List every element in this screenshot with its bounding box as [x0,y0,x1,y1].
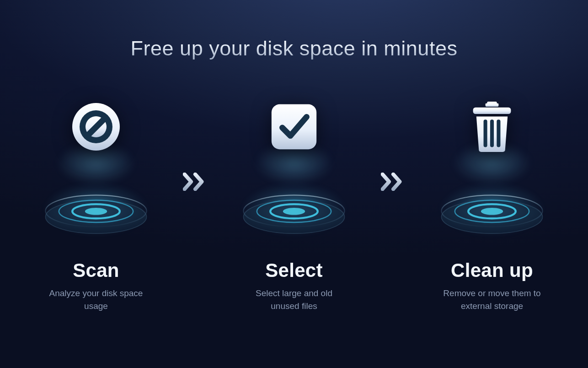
step-title: Clean up [451,260,533,281]
svg-point-16 [283,208,305,215]
step-illustration [32,86,160,241]
checkbox-icon [260,92,328,161]
step-description: Analyze your disk space usage [43,287,149,312]
hologram-plate [232,193,356,237]
step-select: Select Select large and old unused files [225,86,363,312]
steps-row: Scan Analyze your disk space usage [27,86,561,312]
step-cleanup: Clean up Remove or move them to external… [423,86,561,312]
chevron-right-icon [182,104,209,260]
svg-rect-18 [486,103,499,107]
gauge-icon [62,92,130,161]
hologram-plate [34,193,158,237]
step-title: Scan [73,260,119,281]
svg-point-28 [481,208,503,215]
svg-point-9 [85,208,107,215]
step-scan: Scan Analyze your disk space usage [27,86,165,312]
page-title: Free up your disk space in minutes [131,37,458,60]
step-illustration [428,86,556,241]
step-description: Remove or move them to external storage [439,287,545,312]
chevron-right-icon [380,104,407,260]
onboarding-steps-screen: Free up your disk space in minutes [0,0,588,368]
step-illustration [230,86,358,241]
hologram-plate [430,193,554,237]
step-description: Select large and old unused files [241,287,347,312]
trash-icon [458,92,526,161]
step-title: Select [265,260,323,281]
svg-rect-10 [272,104,316,149]
svg-rect-19 [473,108,511,114]
